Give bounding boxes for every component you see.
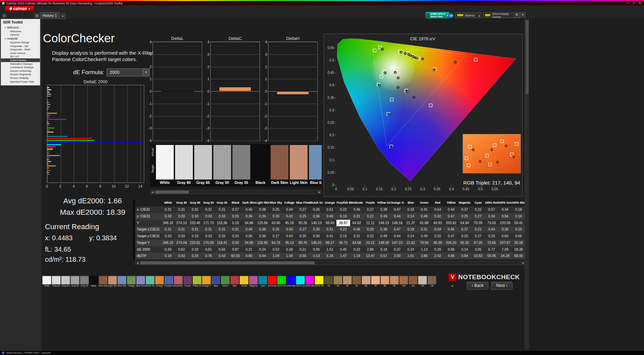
strip-patch-4e: 4E [343,276,352,288]
strip-patch-blue-flower: Blue Flower [136,276,145,288]
strip-patch-orange-yellow: Orange Yellow [202,276,211,288]
svg-text:0.3: 0.3 [329,108,334,112]
sidebar-pin-button[interactable]: ● [2,13,6,18]
minimize-button[interactable]: — [625,1,631,5]
calman-menu-button[interactable]: ❖ calman ▼ [5,6,34,12]
svg-text:0.35: 0.35 [434,187,440,191]
strip-patch-bluish-green: Bluish Green [146,276,155,288]
column-header: Black [229,199,242,206]
scroll-right-icon[interactable]: ▶ [317,190,321,194]
source-selector-button[interactable]: Source ▼ [455,12,481,18]
swatch-light-skin: Light Skin [290,145,308,186]
de-formula-dropdown[interactable]: 2000 ▼ [107,68,150,77]
column-header: Blue Sky [269,199,283,206]
discord-icon [2,352,4,354]
deltae-bar-white [47,87,49,88]
column-header: Blue Flower [296,199,310,206]
fast-back-button[interactable]: « [451,283,453,288]
sidebar-item-grayscale-2pt[interactable]: Grayscale - 2pt [1,44,40,48]
source-label: Source [465,14,475,17]
table-row: Target y:CIE310.330.330.330.330.330.330.… [135,233,526,240]
scroll-left-icon[interactable]: ◀ [136,261,140,265]
strip-patch-3e: 3E [333,276,342,288]
column-header: Moderate Red [350,199,364,206]
sidebar-item-color-gamut[interactable]: Color Gamut [1,51,40,55]
maximize-button[interactable]: □ [631,1,637,5]
swatch-scrollbar[interactable]: ◀ ▶ [150,190,322,194]
page-title: ColorChecker [43,32,115,45]
svg-text:0.35: 0.35 [328,96,334,100]
sidebar-item-saturation-sweeps[interactable]: Saturation Sweeps [1,62,40,66]
chevron-down-icon: ▼ [478,15,480,17]
strip-patch-purplish-blue: Purplish Blue [164,276,173,288]
deltae-bar-8e [47,163,49,164]
deltae-bar-dark-skin [47,100,49,101]
svg-text:0.5: 0.5 [478,187,483,191]
svg-text:0.25: 0.25 [328,121,334,124]
patch-swatch-row: Actual Target WhiteGray 80Gray 65Gray 50… [150,144,322,187]
sidebar-item-screen-uniformity[interactable]: Screen Uniformity [1,69,40,73]
scroll-thumb[interactable] [140,261,315,264]
svg-text:0.5: 0.5 [329,58,334,62]
column-header: 100% Blue [512,199,525,206]
close-button[interactable]: ✕ [637,1,643,5]
column-header: Yellow [444,199,458,206]
deltae-bar-yellow [47,132,54,133]
next-button[interactable]: Next › [491,282,513,290]
table-scrollbar[interactable]: ◀ ▶ [135,261,526,265]
tree-group-welcome[interactable]: ▼Welcome [1,26,40,30]
sidebar-item-luminance-sweeps[interactable]: Luminance Sweeps [1,65,40,69]
deltae-bar-cyan [47,136,68,137]
sidebar-item-3d-lut[interactable]: 3D LUT [1,55,40,59]
table-row: x: CIE310.310.310.310.310.310.270.400.38… [135,206,526,213]
sidebar-item-spectral-power-dist-[interactable]: Spectral Power Dist. [1,80,40,84]
tree-group-analysis[interactable]: ▼Analysis [1,37,40,41]
settings-gear-button[interactable]: ⚙ [514,12,520,17]
svg-text:0.4: 0.4 [329,83,334,87]
strip-patch-blue-sky: Blue Sky [117,276,126,288]
svg-text:0.55: 0.55 [491,187,498,191]
cdm2-readout: cd/m²: 118.73 [45,256,86,263]
sidebar-item-screen-stability[interactable]: Screen Stability [1,76,40,80]
strip-patch-6e: 6E [362,276,371,288]
sidebar-item-welcome[interactable]: Welcome [1,30,40,33]
meter-name: X-Rite i1Pro 2 [430,13,446,15]
sidebar-item-grayscale-multi[interactable]: Grayscale - Multi [1,48,40,51]
panel-close-button[interactable]: ✕ [520,12,526,17]
deltae-bar-4e [47,155,60,156]
strip-patch-white: White [42,276,51,288]
deltae-bar-foliage [47,106,50,107]
back-button[interactable]: ‹ Back [467,282,488,290]
scroll-left-icon[interactable]: ◀ [151,190,155,194]
tab-history-1[interactable]: History 1 [40,12,59,19]
svg-text:0.1: 0.1 [329,158,334,162]
rgb-triplet-readout: RGB Triplet: 217, 140, 94 [463,180,520,186]
deltae-bar-purplish-blue [47,115,50,116]
scroll-thumb[interactable] [526,20,529,94]
sidebar-item-dynamic-range[interactable]: Dynamic Range [1,41,40,44]
reading-count-badge: 234 [448,13,453,18]
table-row: dEITP0.190.430.240.760.4360.000.800.441.… [135,253,526,259]
cie-1976-diagram: CIE 1976 u'v' 000.050.050.10.10.150.150.… [324,34,523,197]
table-row: Y346.32274.10220.46171.73118.360.1934.86… [135,220,526,226]
svg-text:0.1: 0.1 [363,187,367,191]
vertical-scrollbar[interactable] [525,19,529,350]
sdr-toolkit-panel: SDR Toolkit ▼WelcomeWelcomeOptions▼Analy… [1,19,40,86]
add-tab-button[interactable]: + [60,13,65,19]
strip-patch-100-red: 100% Red [268,276,277,288]
deltae-bar-orange [47,113,57,114]
sidebar-item-screen-angularity[interactable]: Screen Angularity [1,73,40,77]
scroll-thumb[interactable] [155,191,189,194]
column-header: Dark Skin [242,199,256,206]
taskbar-window-title[interactable]: #shit-memes | TENNCORD - Discord [6,351,51,354]
swatch-gray-80: Gray 80 [175,145,193,186]
sidebar-collapse-button[interactable]: ◀ [35,13,39,18]
deltal-chart: 43210-1-2-3-4 [153,42,202,141]
sidebar-item-colorchecker[interactable]: ColorChecker [1,58,40,62]
app-icon [2,2,5,5]
sidebar-item-options[interactable]: Options [1,33,40,37]
strip-patch-foliage: Foliage [127,276,136,288]
meter-selector-button[interactable]: X-Rite i1Pro 2 Direct View ▼ [425,12,449,19]
strip-patch-gray-35: Gray 35 [80,276,89,288]
strip-patch-100-magenta: 100% Magenta [305,276,314,288]
